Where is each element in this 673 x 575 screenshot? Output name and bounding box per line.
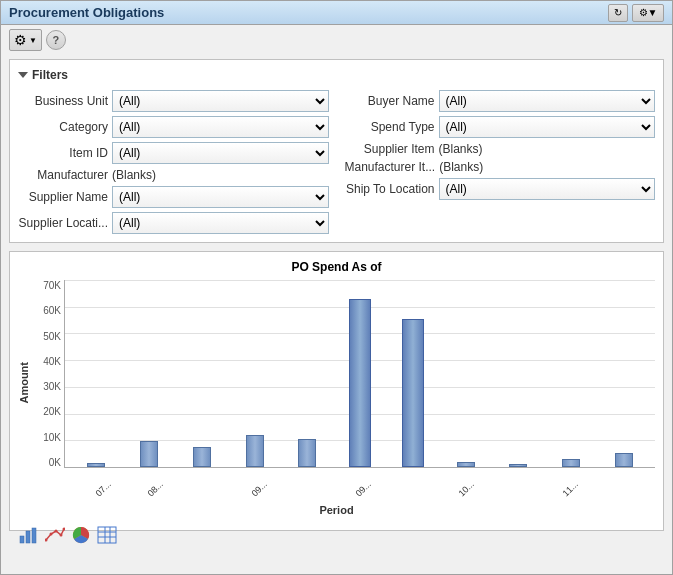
chevron-down-icon: ▼ bbox=[29, 36, 37, 45]
svg-point-5 bbox=[55, 530, 58, 533]
main-window: Procurement Obligations ↻ ⚙▼ ⚙ ▼ ? Filte… bbox=[0, 0, 673, 575]
svg-rect-9 bbox=[98, 527, 116, 543]
x-tick-labels: 07... 08... 09... 09... 10... 11... bbox=[66, 488, 647, 498]
bar-group-09d bbox=[389, 319, 436, 467]
bar-10a bbox=[457, 462, 475, 467]
bar-09c bbox=[349, 299, 371, 467]
filter-row-ship-to-location: Ship To Location (All) bbox=[345, 178, 656, 200]
chart-type-icons bbox=[18, 520, 655, 550]
filter-row-category: Category (All) bbox=[18, 116, 329, 138]
filter-row-manufacturer: Manufacturer (Blanks) bbox=[18, 168, 329, 182]
filter-label-buyer-name: Buyer Name bbox=[345, 94, 435, 108]
filter-label-supplier-item: Supplier Item bbox=[345, 142, 435, 156]
bar-09a bbox=[246, 435, 264, 467]
filter-label-supplier-location: Supplier Locati... bbox=[18, 216, 108, 230]
filter-row-business-unit: Business Unit (All) bbox=[18, 90, 329, 112]
refresh-button[interactable]: ↻ bbox=[608, 4, 628, 22]
filter-select-supplier-location[interactable]: (All) bbox=[112, 212, 329, 234]
filter-label-supplier-name: Supplier Name bbox=[18, 190, 108, 204]
filter-select-buyer-name[interactable]: (All) bbox=[439, 90, 656, 112]
line-chart-icon bbox=[45, 526, 65, 544]
bar-group-10a bbox=[442, 462, 489, 467]
gear-icon: ⚙ bbox=[14, 32, 27, 48]
pie-chart-button[interactable] bbox=[70, 524, 92, 546]
bar-group-08b bbox=[178, 447, 225, 467]
filter-row-supplier-location: Supplier Locati... (All) bbox=[18, 212, 329, 234]
bar-08a bbox=[140, 441, 158, 467]
svg-rect-0 bbox=[20, 536, 24, 543]
filter-row-manufacturer-item: Manufacturer It... (Blanks) bbox=[345, 160, 656, 174]
y-tick-60k: 60K bbox=[43, 305, 61, 316]
bar-10b bbox=[509, 464, 527, 467]
bar-11b bbox=[615, 453, 633, 467]
svg-point-6 bbox=[60, 534, 63, 537]
table-button[interactable] bbox=[96, 524, 118, 546]
filter-value-supplier-item: (Blanks) bbox=[439, 142, 656, 156]
filter-select-spend-type[interactable]: (All) bbox=[439, 116, 656, 138]
help-button[interactable]: ? bbox=[46, 30, 66, 50]
filter-row-item-id: Item ID (All) bbox=[18, 142, 329, 164]
svg-rect-2 bbox=[32, 528, 36, 543]
bar-group-09c bbox=[337, 299, 384, 467]
y-tick-10k: 10K bbox=[43, 432, 61, 443]
filters-grid: Business Unit (All) Category (All) bbox=[18, 90, 655, 234]
filters-right-column: Buyer Name (All) Spend Type (All) bbox=[345, 90, 656, 234]
filters-label: Filters bbox=[32, 68, 68, 82]
filter-select-ship-to-location[interactable]: (All) bbox=[439, 178, 656, 200]
bar-11a bbox=[562, 459, 580, 467]
content-area: Filters Business Unit (All) Category bbox=[1, 55, 672, 574]
pie-chart-icon bbox=[71, 526, 91, 544]
settings-button[interactable]: ⚙▼ bbox=[632, 4, 664, 22]
svg-point-4 bbox=[50, 533, 53, 536]
line-chart-button[interactable] bbox=[44, 524, 66, 546]
toolbar: ⚙ ▼ ? bbox=[1, 25, 672, 55]
action-gear-button[interactable]: ⚙ ▼ bbox=[9, 29, 42, 51]
filter-label-spend-type: Spend Type bbox=[345, 120, 435, 134]
bar-09d bbox=[402, 319, 424, 467]
chart-area: Amount 70K 60K 50K 40K 30K 20K 10K 0K bbox=[18, 278, 655, 488]
filter-label-manufacturer: Manufacturer bbox=[18, 168, 108, 182]
filter-select-category[interactable]: (All) bbox=[112, 116, 329, 138]
filter-label-item-id: Item ID bbox=[18, 146, 108, 160]
bars-container bbox=[65, 299, 655, 467]
filter-label-manufacturer-item: Manufacturer It... bbox=[345, 160, 436, 174]
bar-09b bbox=[298, 439, 316, 467]
filter-select-business-unit[interactable]: (All) bbox=[112, 90, 329, 112]
filters-toggle-icon[interactable] bbox=[18, 72, 28, 78]
y-axis-label: Amount bbox=[18, 362, 30, 404]
title-bar: Procurement Obligations ↻ ⚙▼ bbox=[1, 1, 672, 25]
bar-group-11b bbox=[600, 453, 647, 467]
grid-line-70k bbox=[65, 280, 655, 281]
filter-select-supplier-name[interactable]: (All) bbox=[112, 186, 329, 208]
y-tick-50k: 50K bbox=[43, 331, 61, 342]
bar-chart-button[interactable] bbox=[18, 524, 40, 546]
filter-value-manufacturer-item: (Blanks) bbox=[439, 160, 655, 174]
filter-row-spend-type: Spend Type (All) bbox=[345, 116, 656, 138]
bar-group-10b bbox=[495, 464, 542, 467]
filters-header: Filters bbox=[18, 68, 655, 82]
chart-panel: PO Spend As of Amount 70K 60K 50K 40K 30… bbox=[9, 251, 664, 531]
y-tick-30k: 30K bbox=[43, 381, 61, 392]
window-title: Procurement Obligations bbox=[9, 5, 164, 20]
y-tick-20k: 20K bbox=[43, 406, 61, 417]
bar-group-08a bbox=[126, 441, 173, 467]
filter-row-supplier-item: Supplier Item (Blanks) bbox=[345, 142, 656, 156]
filter-select-item-id[interactable]: (All) bbox=[112, 142, 329, 164]
y-axis-label-container: Amount bbox=[18, 278, 34, 488]
bar-group-11a bbox=[548, 459, 595, 467]
y-tick-40k: 40K bbox=[43, 356, 61, 367]
bar-group-09b bbox=[284, 439, 331, 467]
filters-panel: Filters Business Unit (All) Category bbox=[9, 59, 664, 243]
filter-label-business-unit: Business Unit bbox=[18, 94, 108, 108]
filter-row-buyer-name: Buyer Name (All) bbox=[345, 90, 656, 112]
title-bar-controls: ↻ ⚙▼ bbox=[608, 4, 664, 22]
bar-group-07 bbox=[73, 463, 120, 467]
filter-label-category: Category bbox=[18, 120, 108, 134]
x-axis-labels: 07... 08... 09... 09... 10... 11... bbox=[66, 488, 655, 498]
filter-value-manufacturer: (Blanks) bbox=[112, 168, 329, 182]
table-icon bbox=[97, 526, 117, 544]
y-tick-70k: 70K bbox=[43, 280, 61, 291]
bar-07 bbox=[87, 463, 105, 467]
filter-label-ship-to-location: Ship To Location bbox=[345, 182, 435, 196]
y-tick-0k: 0K bbox=[49, 457, 61, 468]
